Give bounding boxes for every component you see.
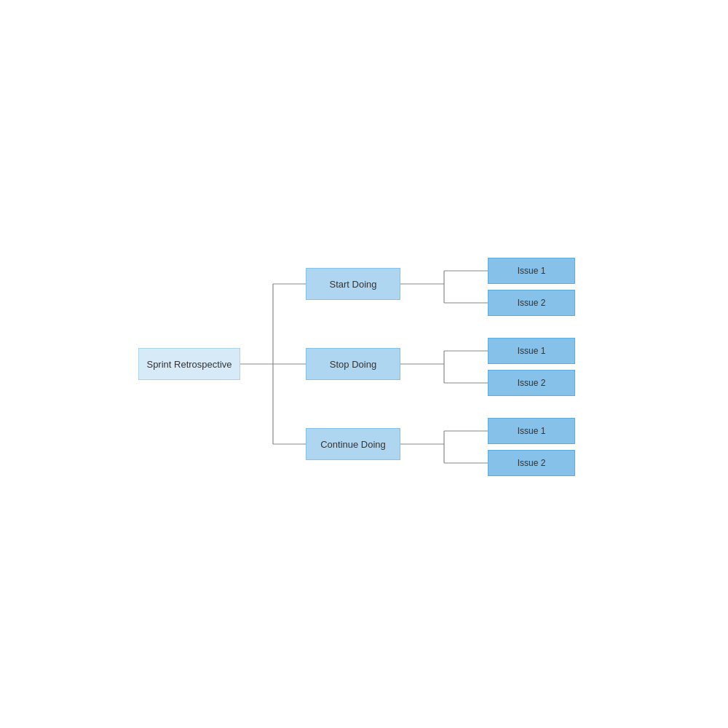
issue-start-2: Issue 2 [488, 290, 575, 316]
issue-stop-2: Issue 2 [488, 370, 575, 396]
issue-cont-2: Issue 2 [488, 450, 575, 476]
issue-stop-1: Issue 1 [488, 338, 575, 364]
issue-cont-1-label: Issue 1 [518, 426, 546, 436]
root-node: Sprint Retrospective [138, 348, 240, 380]
category-start-label: Start Doing [329, 279, 376, 290]
category-cont-label: Continue Doing [320, 439, 386, 450]
category-stop-label: Stop Doing [330, 359, 376, 370]
issue-cont-1: Issue 1 [488, 418, 575, 444]
issue-start-1-label: Issue 1 [518, 266, 546, 276]
category-start-doing: Start Doing [306, 268, 400, 300]
category-stop-doing: Stop Doing [306, 348, 400, 380]
root-label: Sprint Retrospective [146, 359, 232, 370]
issue-stop-1-label: Issue 1 [518, 346, 546, 356]
issue-stop-2-label: Issue 2 [518, 378, 546, 388]
issue-cont-2-label: Issue 2 [518, 458, 546, 468]
issue-start-1: Issue 1 [488, 258, 575, 284]
issue-start-2-label: Issue 2 [518, 298, 546, 308]
category-continue-doing: Continue Doing [306, 428, 400, 460]
diagram: Sprint Retrospective Start Doing Stop Do… [138, 248, 590, 480]
